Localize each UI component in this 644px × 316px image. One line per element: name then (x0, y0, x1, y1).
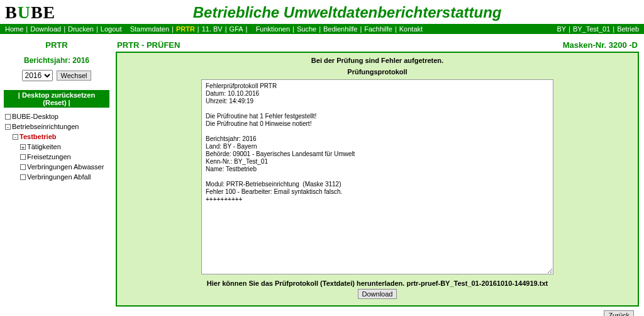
back-button[interactable]: Zurück (604, 310, 634, 316)
nav-suche[interactable]: Suche (296, 25, 318, 33)
download-button[interactable]: Download (358, 289, 397, 299)
error-heading: Bei der Prüfung sind Fehler aufgetreten. (122, 57, 633, 64)
tree-freisetzungen[interactable]: Freisetzungen (27, 152, 71, 162)
page-title: PRTR - PRÜFEN (117, 40, 180, 50)
tree-verbringungen-abwasser[interactable]: Verbringungen Abwasser (27, 162, 104, 172)
main-content: PRTR - PRÜFEN Masken-Nr. 3200 -D Bei der… (113, 34, 644, 316)
app-title: Betriebliche Umweltdatenberichterstattun… (55, 4, 639, 21)
nav-gfa[interactable]: GFA (228, 25, 245, 33)
nav-home[interactable]: Home (4, 25, 25, 33)
nav-download[interactable]: Download (29, 25, 62, 33)
download-hint: Hier können Sie das Prüfprotokoll (Textd… (122, 279, 633, 287)
protocol-heading: Prüfungsprotokoll (122, 68, 633, 76)
tree-collapse-icon[interactable]: - (13, 134, 18, 140)
wechsel-button[interactable]: Wechsel (57, 71, 92, 81)
tree-box-icon[interactable] (20, 164, 26, 170)
desktop-reset[interactable]: | Desktop zurücksetzen (Reset) | (4, 90, 109, 108)
sidebar: PRTR Berichtsjahr: 2016 2016 Wechsel | D… (0, 34, 113, 316)
nav-tree: BUBE-Desktop -Betriebseinrichtungen -Tes… (4, 111, 109, 182)
nav-stammdaten[interactable]: Stammdaten (129, 25, 170, 33)
nav-role: Betrieb (616, 25, 640, 33)
tree-verbringungen-abfall[interactable]: Verbringungen Abfall (27, 172, 91, 182)
app-header: BUBE Betriebliche Umweltdatenberichterst… (0, 0, 644, 24)
mask-number: Masken-Nr. 3200 -D (563, 40, 638, 50)
tree-collapse-icon[interactable]: - (5, 124, 11, 130)
nav-11bv[interactable]: 11. BV (201, 25, 224, 33)
nav-funktionen[interactable]: Funktionen (255, 25, 291, 33)
result-panel: Bei der Prüfung sind Fehler aufgetreten.… (116, 52, 639, 307)
year-select[interactable]: 2016 (22, 70, 53, 81)
nav-land: BY (555, 25, 567, 33)
nav-user[interactable]: BY_Test_01 (572, 25, 611, 33)
tree-betriebseinrichtungen[interactable]: Betriebseinrichtungen (12, 121, 79, 132)
report-year-label: Berichtsjahr: 2016 (4, 56, 109, 65)
nav-kontakt[interactable]: Kontakt (398, 25, 424, 33)
nav-logout[interactable]: Logout (99, 25, 123, 33)
tree-expand-icon[interactable]: + (20, 144, 26, 150)
sidebar-title: PRTR (4, 40, 109, 50)
nav-fachhilfe[interactable]: Fachhilfe (363, 25, 394, 33)
logo: BUBE (5, 3, 55, 23)
tree-taetigkeiten[interactable]: Tätigkeiten (27, 142, 61, 152)
tree-bube-desktop[interactable]: BUBE-Desktop (12, 111, 58, 121)
tree-box-icon[interactable] (5, 114, 11, 120)
nav-prtr[interactable]: PRTR (175, 25, 196, 33)
tree-testbetrieb[interactable]: Testbetrieb (19, 132, 56, 142)
nav-drucken[interactable]: Drucken (67, 25, 95, 33)
tree-box-icon[interactable] (20, 154, 26, 160)
download-filename: prtr-pruef-BY_Test_01-20161010-144919.tx… (406, 279, 548, 287)
nav-bedienhilfe[interactable]: Bedienhilfe (322, 25, 358, 33)
main-nav: Home| Download| Drucken| Logout Stammdat… (0, 24, 644, 34)
tree-box-icon[interactable] (20, 174, 26, 180)
protocol-textarea[interactable] (201, 79, 553, 274)
